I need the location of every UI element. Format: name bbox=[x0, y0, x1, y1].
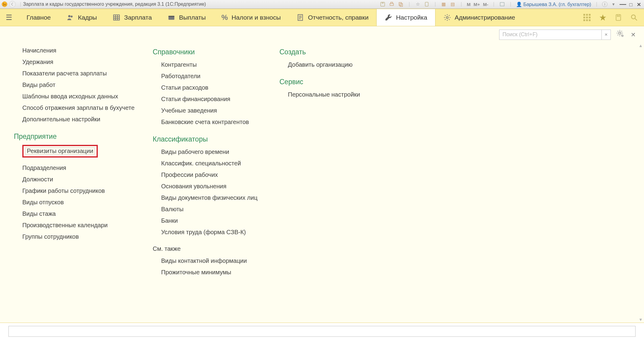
print-icon[interactable] bbox=[389, 1, 395, 7]
svg-rect-22 bbox=[616, 14, 620, 21]
link-salary-accounting[interactable]: Способ отражения зарплаты в бухучете bbox=[22, 104, 135, 111]
minimize-button[interactable]: — bbox=[620, 0, 626, 8]
search-clear-button[interactable]: × bbox=[602, 30, 611, 40]
link-work-time-types[interactable]: Виды рабочего времени bbox=[161, 148, 229, 155]
link-accruals[interactable]: Начисления bbox=[22, 47, 56, 54]
footer-area bbox=[0, 323, 644, 341]
svg-point-8 bbox=[68, 15, 71, 18]
link-currencies[interactable]: Валюты bbox=[161, 206, 183, 212]
search-icon[interactable] bbox=[630, 14, 638, 21]
clipboard-icon[interactable] bbox=[424, 1, 430, 7]
copy-icon[interactable] bbox=[398, 1, 404, 7]
settings-small-icon[interactable] bbox=[616, 29, 625, 40]
link-deductions[interactable]: Удержания bbox=[22, 59, 53, 65]
link-contact-info-types[interactable]: Виды контактной информации bbox=[161, 257, 247, 264]
section-classifiers: Классификаторы bbox=[153, 135, 279, 143]
link-subsistence-minimums[interactable]: Прожиточные минимумы bbox=[161, 269, 231, 276]
link-financing-items[interactable]: Статьи финансирования bbox=[161, 96, 230, 102]
link-banks[interactable]: Банки bbox=[161, 217, 178, 224]
gear-icon bbox=[443, 14, 451, 21]
link-employee-groups[interactable]: Группы сотрудников bbox=[22, 233, 79, 240]
m-minus-button[interactable]: M- bbox=[483, 2, 488, 7]
nav-taxes[interactable]: % Налоги и взносы bbox=[214, 9, 289, 26]
calc-icon[interactable]: ▦ bbox=[441, 1, 447, 7]
link-salary-indicators[interactable]: Показатели расчета зарплаты bbox=[22, 70, 107, 77]
history-icon[interactable] bbox=[614, 14, 622, 21]
link-employers[interactable]: Работодатели bbox=[161, 73, 200, 79]
link-educational-institutions[interactable]: Учебные заведения bbox=[161, 107, 217, 114]
link-org-details[interactable]: Реквизиты организации bbox=[27, 148, 93, 154]
calendar-icon[interactable]: ▤ bbox=[450, 1, 456, 7]
main-nav: ☰ Главное Кадры Зарплата Выплаты % Налог… bbox=[0, 9, 644, 26]
link-person-documents[interactable]: Виды документов физических лиц bbox=[161, 194, 257, 201]
link-dismissal-reasons[interactable]: Основания увольнения bbox=[161, 183, 226, 190]
m-button[interactable]: M bbox=[467, 2, 471, 7]
link-additional-settings[interactable]: Дополнительные настройки bbox=[22, 116, 100, 123]
svg-rect-6 bbox=[425, 2, 428, 6]
link-vacation-types[interactable]: Виды отпусков bbox=[22, 199, 64, 206]
svg-point-23 bbox=[631, 15, 635, 19]
current-user[interactable]: 👤Барышева З.А. (гл. бухгалтер) bbox=[516, 2, 591, 7]
nav-main[interactable]: Главное bbox=[15, 9, 59, 26]
link-positions[interactable]: Должности bbox=[22, 176, 53, 183]
section-references: Справочники bbox=[153, 48, 279, 56]
nav-personnel[interactable]: Кадры bbox=[59, 9, 105, 26]
wallet-icon bbox=[167, 14, 175, 21]
scroll-up-icon[interactable]: ▲ bbox=[639, 43, 643, 49]
link-work-types[interactable]: Виды работ bbox=[22, 81, 56, 88]
link-production-calendars[interactable]: Производственные календари bbox=[22, 222, 108, 228]
nav-payments[interactable]: Выплаты bbox=[160, 9, 214, 26]
svg-rect-7 bbox=[500, 2, 504, 6]
dropdown-icon[interactable]: ▾ bbox=[611, 1, 617, 7]
link-add-organization[interactable]: Добавить организацию bbox=[288, 61, 352, 68]
m-plus-button[interactable]: M+ bbox=[473, 2, 480, 7]
wrench-icon bbox=[384, 14, 392, 21]
arrow-left-icon bbox=[9, 1, 15, 8]
titlebar-toolbar: | ☆ | ▦ ▤ | M M+ M- | | 👤Барышева З.А. (… bbox=[380, 0, 642, 8]
content-area: Начисления Удержания Показатели расчета … bbox=[0, 43, 644, 323]
highlight-marker: Реквизиты организации bbox=[22, 145, 98, 158]
user-icon: 👤 bbox=[516, 2, 522, 7]
search-input[interactable] bbox=[499, 30, 602, 40]
back-button[interactable] bbox=[9, 1, 16, 8]
app-logo-icon: 1c bbox=[2, 2, 7, 7]
window-icon[interactable] bbox=[499, 1, 505, 7]
separator: | bbox=[20, 2, 21, 7]
panel-close-button[interactable]: ✕ bbox=[630, 31, 637, 38]
link-expense-items[interactable]: Статьи расходов bbox=[161, 84, 209, 91]
link-labor-conditions[interactable]: Условия труда (форма СЗВ-К) bbox=[161, 229, 246, 235]
footer-input[interactable] bbox=[8, 326, 636, 337]
nav-reports[interactable]: Отчетность, справки bbox=[289, 9, 376, 26]
nav-salary[interactable]: Зарплата bbox=[105, 9, 160, 26]
hamburger-button[interactable]: ☰ bbox=[3, 9, 15, 26]
scroll-down-icon[interactable]: ▼ bbox=[639, 317, 643, 323]
info-icon[interactable]: i bbox=[602, 2, 607, 7]
maximize-button[interactable]: □ bbox=[628, 2, 634, 8]
column-1: Начисления Удержания Показатели расчета … bbox=[14, 46, 153, 323]
nav-admin[interactable]: Администрирование bbox=[435, 9, 523, 26]
link-contractors[interactable]: Контрагенты bbox=[161, 61, 197, 68]
link-departments[interactable]: Подразделения bbox=[22, 164, 66, 171]
nav-settings[interactable]: Настройка bbox=[376, 9, 435, 26]
table-icon bbox=[113, 14, 120, 21]
star-icon[interactable]: ☆ bbox=[415, 1, 421, 7]
link-work-schedules[interactable]: Графики работы сотрудников bbox=[22, 187, 105, 194]
favorites-icon[interactable]: ★ bbox=[599, 14, 607, 21]
window-controls: — □ ✕ bbox=[620, 0, 642, 8]
svg-rect-10 bbox=[113, 15, 120, 20]
column-2: Справочники Контрагенты Работодатели Ста… bbox=[153, 46, 279, 323]
section-create: Создать bbox=[279, 48, 400, 56]
link-specialties-classifier[interactable]: Классифик. специальностей bbox=[161, 160, 241, 167]
link-worker-professions[interactable]: Профессии рабочих bbox=[161, 171, 218, 178]
svg-point-25 bbox=[619, 32, 621, 34]
link-personal-settings[interactable]: Персональные настройки bbox=[288, 91, 360, 98]
scrollbar[interactable]: ▲ ▼ bbox=[638, 43, 643, 323]
apps-grid-icon[interactable] bbox=[583, 14, 591, 21]
svg-rect-2 bbox=[390, 4, 394, 6]
link-bank-accounts[interactable]: Банковские счета контрагентов bbox=[161, 119, 249, 125]
link-input-templates[interactable]: Шаблоны ввода исходных данных bbox=[22, 93, 118, 100]
save-icon[interactable] bbox=[380, 1, 386, 7]
link-seniority-types[interactable]: Виды стажа bbox=[22, 210, 56, 217]
section-enterprise: Предприятие bbox=[14, 132, 153, 141]
close-button[interactable]: ✕ bbox=[636, 2, 642, 8]
